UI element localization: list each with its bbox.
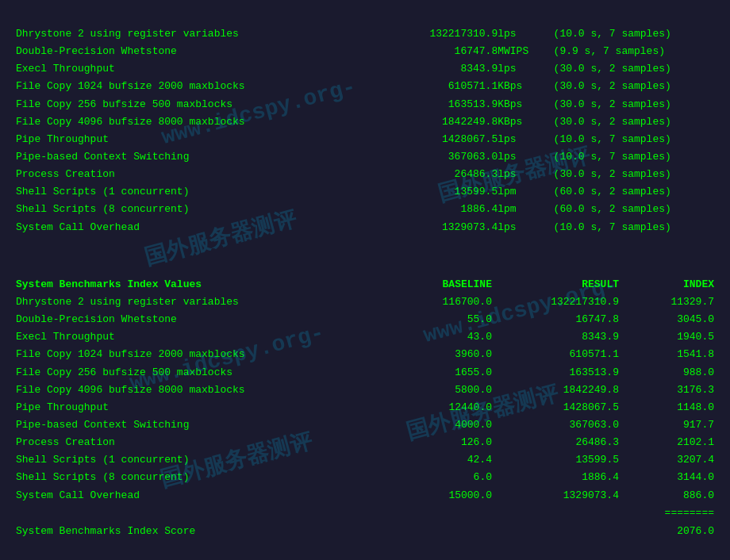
result-detail: (30.0 s, 2 samples) [554,166,714,183]
result-value: 8343.9 [400,60,498,78]
result-unit: lps [498,148,553,166]
idx-row-result: 16747.8 [492,311,619,328]
result-unit: MWIPS [498,43,553,60]
top-result-row: Shell Scripts (1 concurrent) 13599.5 lpm… [16,183,714,201]
idx-row-name: Execl Throughput [16,328,381,346]
index-row: File Copy 4096 bufsize 8000 maxblocks 58… [16,382,714,399]
idx-row-result: 13599.5 [492,451,619,469]
result-detail: (10.0 s, 7 samples) [554,148,714,166]
idx-row-result: 132217310.9 [492,293,619,311]
top-result-row: System Call Overhead 1329073.4 lps (10.0… [16,219,714,236]
idx-row-baseline: 4000.0 [381,416,492,434]
idx-row-baseline: 43.0 [381,328,492,346]
result-unit: lps [498,60,553,78]
result-value: 1428067.5 [400,131,498,148]
result-name: File Copy 4096 bufsize 8000 maxblocks [16,113,400,131]
result-detail: (10.0 s, 7 samples) [554,219,714,236]
result-detail: (10.0 s, 7 samples) [554,25,714,43]
idx-row-name: Double-Precision Whetstone [16,311,381,328]
result-detail: (30.0 s, 2 samples) [554,60,714,78]
result-name: Process Creation [16,166,400,183]
result-name: File Copy 256 bufsize 500 maxblocks [16,96,400,113]
idx-row-index: 988.0 [619,364,714,382]
index-row: System Call Overhead 15000.0 1329073.4 8… [16,487,714,504]
result-detail: (30.0 s, 2 samples) [554,78,714,95]
result-name: Shell Scripts (8 concurrent) [16,201,400,218]
result-name: Dhrystone 2 using register variables [16,25,400,43]
index-row: Pipe Throughput 12440.0 1428067.5 1148.0 [16,399,714,416]
idx-row-result: 610571.1 [492,346,619,363]
equals-spacer [16,504,619,522]
idx-row-baseline: 116700.0 [381,293,492,311]
result-value: 1329073.4 [400,219,498,236]
idx-row-name: Process Creation [16,434,381,451]
idx-row-name: Shell Scripts (1 concurrent) [16,451,381,469]
top-result-row: Pipe-based Context Switching 367063.0 lp… [16,148,714,166]
index-row: File Copy 256 bufsize 500 maxblocks 1655… [16,364,714,382]
top-result-row: Shell Scripts (8 concurrent) 1886.4 lpm … [16,201,714,218]
result-name: Execl Throughput [16,60,400,78]
idx-row-index: 886.0 [619,487,714,504]
idx-row-index: 1940.5 [619,328,714,346]
idx-header-index: INDEX [619,276,714,293]
result-value: 132217310.9 [400,25,498,43]
idx-row-name: Pipe-based Context Switching [16,416,381,434]
score-result-spacer [492,522,619,540]
idx-row-result: 367063.0 [492,416,619,434]
idx-row-baseline: 55.0 [381,311,492,328]
result-name: Double-Precision Whetstone [16,43,400,60]
result-name: Shell Scripts (1 concurrent) [16,183,400,201]
result-value: 13599.5 [400,183,498,201]
result-value: 367063.0 [400,148,498,166]
score-baseline-spacer [381,522,492,540]
idx-row-index: 3045.0 [619,311,714,328]
score-value: 2076.0 [619,522,714,540]
idx-row-name: System Call Overhead [16,487,381,504]
idx-row-index: 3176.3 [619,382,714,399]
top-result-row: File Copy 256 bufsize 500 maxblocks 1635… [16,96,714,113]
idx-row-baseline: 5800.0 [381,382,492,399]
idx-row-baseline: 42.4 [381,451,492,469]
result-detail: (60.0 s, 2 samples) [554,183,714,201]
result-detail: (9.9 s, 7 samples) [554,43,714,60]
idx-row-result: 163513.9 [492,364,619,382]
idx-row-result: 8343.9 [492,328,619,346]
result-unit: lpm [498,183,553,201]
idx-header-name: System Benchmarks Index Values [16,276,381,293]
result-name: Pipe-based Context Switching [16,148,400,166]
result-value: 163513.9 [400,96,498,113]
top-result-row: Pipe Throughput 1428067.5 lps (10.0 s, 7… [16,131,714,148]
index-row: Execl Throughput 43.0 8343.9 1940.5 [16,328,714,346]
idx-row-name: Pipe Throughput [16,399,381,416]
idx-row-name: Shell Scripts (8 concurrent) [16,469,381,486]
index-row: Shell Scripts (1 concurrent) 42.4 13599.… [16,451,714,469]
result-unit: KBps [498,78,553,95]
index-row: Shell Scripts (8 concurrent) 6.0 1886.4 … [16,469,714,486]
top-result-row: File Copy 1024 bufsize 2000 maxblocks 61… [16,78,714,95]
idx-row-index: 11329.7 [619,293,714,311]
idx-row-result: 1842249.8 [492,382,619,399]
result-unit: lps [498,219,553,236]
result-detail: (60.0 s, 2 samples) [554,201,714,218]
result-detail: (30.0 s, 2 samples) [554,96,714,113]
index-row: Pipe-based Context Switching 4000.0 3670… [16,416,714,434]
score-row: System Benchmarks Index Score 2076.0 [16,522,714,540]
result-value: 16747.8 [400,43,498,60]
idx-row-index: 1148.0 [619,399,714,416]
index-row: Double-Precision Whetstone 55.0 16747.8 … [16,311,714,328]
result-unit: lps [498,25,553,43]
top-result-row: File Copy 4096 bufsize 8000 maxblocks 18… [16,113,714,131]
equals-line: ======== [619,504,714,522]
top-results-table: Dhrystone 2 using register variables 132… [16,25,714,236]
idx-row-index: 2102.1 [619,434,714,451]
result-unit: lpm [498,201,553,218]
index-row: File Copy 1024 bufsize 2000 maxblocks 39… [16,346,714,363]
idx-row-name: File Copy 1024 bufsize 2000 maxblocks [16,346,381,363]
idx-header-baseline: BASELINE [381,276,492,293]
idx-row-baseline: 3960.0 [381,346,492,363]
top-result-row: Execl Throughput 8343.9 lps (30.0 s, 2 s… [16,60,714,78]
result-name: File Copy 1024 bufsize 2000 maxblocks [16,78,400,95]
result-unit: lps [498,131,553,148]
result-detail: (10.0 s, 7 samples) [554,131,714,148]
section-divider [16,249,714,265]
